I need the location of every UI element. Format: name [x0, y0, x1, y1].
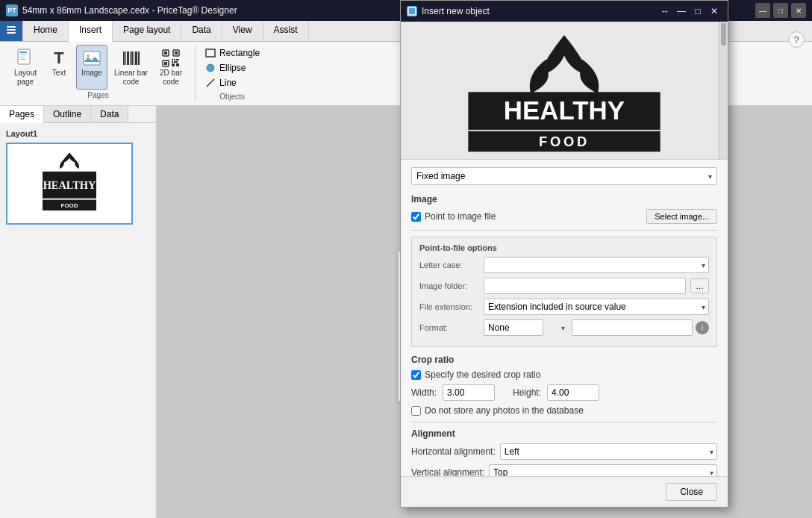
tab-assist[interactable]: Assist [263, 21, 309, 41]
specify-crop-row: Specify the desired crop ratio [411, 369, 717, 380]
layout-page-label: Layout page [14, 69, 37, 87]
tab-insert[interactable]: Insert [69, 21, 113, 42]
dialog-form: Fixed image ▾ Image Point to image file … [401, 160, 728, 476]
2d-barcode-icon [160, 48, 181, 69]
layout-page-button[interactable]: Layout page [9, 45, 42, 90]
panel-tabs: Pages Outline Data [0, 106, 156, 123]
dialog-title-bar: Insert new object ↔ — □ ✕ [401, 1, 728, 22]
point-to-file-checkbox-label[interactable]: Point to image file [411, 211, 496, 222]
image-icon [81, 48, 102, 69]
dialog-double-arrow-button[interactable]: ↔ [658, 4, 672, 18]
no-store-label: Do not store any photos in the database [425, 405, 584, 416]
format-row: Format: None i [419, 319, 709, 336]
format-label: Format: [419, 323, 479, 332]
point-to-file-label: Point to image file [425, 211, 496, 222]
dialog-controls: ↔ — □ ✕ [658, 4, 722, 18]
svg-rect-16 [135, 52, 137, 65]
2d-barcode-button[interactable]: 2D bar code [154, 45, 187, 90]
specify-crop-checkbox-label[interactable]: Specify the desired crop ratio [411, 369, 540, 380]
no-store-checkbox[interactable] [411, 406, 421, 416]
specify-crop-text: Specify the desired crop ratio [425, 369, 540, 380]
title-bar-controls: — □ ✕ [755, 3, 806, 18]
linear-barcode-button[interactable]: Linear bar code [109, 45, 153, 90]
dialog-title: Insert new object [422, 6, 490, 16]
2d-barcode-label: 2D bar code [160, 69, 182, 87]
maximize-button[interactable]: □ [773, 3, 788, 18]
quick-access[interactable] [0, 21, 23, 41]
dialog-body: HEALTHY FOOD Fixed image ▾ [401, 22, 728, 476]
line-icon [204, 77, 216, 89]
vertical-alignment-select[interactable]: Top Middle Bottom [489, 464, 717, 476]
horizontal-alignment-select[interactable]: Left Center Right [500, 443, 717, 460]
dialog-preview: HEALTHY FOOD [401, 22, 728, 160]
vertical-alignment-select-wrapper: Top Middle Bottom [489, 464, 717, 476]
tab-page-layout[interactable]: Page layout [113, 21, 181, 41]
dialog-maximize-button[interactable]: □ [690, 4, 705, 18]
svg-rect-11 [125, 52, 126, 65]
text-button[interactable]: T Text [43, 45, 75, 90]
dropdown-arrow-icon: ▾ [708, 172, 712, 181]
image-options-row: Point to image file Select image... [411, 209, 717, 224]
letter-case-select[interactable] [484, 257, 709, 273]
svg-rect-8 [84, 52, 100, 65]
tab-home[interactable]: Home [23, 21, 69, 41]
svg-rect-2 [7, 32, 16, 34]
tab-view[interactable]: View [222, 21, 263, 41]
dialog-minimize-button[interactable]: — [674, 4, 689, 18]
dialog-close-button[interactable]: Close [666, 483, 717, 501]
point-to-file-options-label: Point-to-file options [419, 243, 709, 252]
svg-rect-17 [138, 52, 140, 65]
text-label: Text [52, 69, 66, 77]
svg-rect-6 [19, 57, 25, 57]
image-button[interactable]: Image [76, 45, 107, 90]
type-dropdown[interactable]: Fixed image ▾ [411, 167, 717, 185]
shapes-list: Rectangle Ellipse Line [202, 45, 263, 91]
page-thumbnail[interactable]: HEALTHY FOOD [6, 143, 133, 225]
alignment-label: Alignment [411, 428, 717, 439]
divider-1 [411, 230, 717, 231]
file-extension-label: File extension: [419, 302, 479, 311]
minimize-button[interactable]: — [755, 3, 770, 18]
letter-case-row: Letter case: [419, 257, 709, 273]
format-select-wrapper: None [484, 319, 569, 336]
file-extension-select[interactable]: Extension included in source value [484, 299, 709, 315]
crop-ratio-label: Crop ratio [411, 355, 717, 365]
image-folder-input[interactable] [484, 278, 686, 294]
image-folder-row: Image folder: … [419, 278, 709, 294]
format-select[interactable]: None [484, 319, 543, 336]
horizontal-alignment-select-wrapper: Left Center Right [500, 443, 717, 460]
format-info-button[interactable]: i [696, 321, 709, 334]
type-dropdown-value: Fixed image [416, 171, 465, 181]
format-input[interactable] [572, 319, 693, 336]
height-input[interactable] [547, 384, 599, 401]
panel-tab-data[interactable]: Data [91, 106, 128, 122]
dialog-scrollbar[interactable] [719, 22, 728, 159]
point-to-file-checkbox[interactable] [411, 212, 421, 222]
ellipse-label: Ellipse [219, 63, 246, 73]
svg-rect-15 [134, 52, 134, 65]
close-button[interactable]: ✕ [791, 3, 806, 18]
horizontal-alignment-label: Horizontal alignment: [411, 446, 496, 457]
svg-rect-21 [175, 52, 178, 54]
no-store-checkbox-label[interactable]: Do not store any photos in the database [411, 405, 584, 416]
svg-rect-24 [172, 59, 173, 60]
pages-group-label: Pages [87, 91, 108, 99]
select-image-button[interactable]: Select image... [646, 209, 717, 224]
image-folder-browse-button[interactable]: … [690, 278, 709, 293]
dialog-close-icon-button[interactable]: ✕ [707, 4, 722, 18]
insert-object-dialog: Insert new object ↔ — □ ✕ HEALTHY [400, 0, 728, 508]
tab-data[interactable]: Data [181, 21, 222, 41]
objects-group-label: Objects [219, 93, 245, 101]
panel-tab-pages[interactable]: Pages [0, 106, 44, 123]
ellipse-shape[interactable]: Ellipse [202, 61, 263, 75]
divider-2 [411, 422, 717, 422]
scroll-thumb[interactable] [721, 23, 726, 46]
panel-tab-outline[interactable]: Outline [44, 106, 91, 122]
svg-rect-0 [7, 26, 16, 28]
rectangle-shape[interactable]: Rectangle [202, 46, 263, 60]
left-panel: Pages Outline Data Layout1 1 [0, 106, 157, 518]
line-shape[interactable]: Line [202, 76, 263, 90]
specify-crop-checkbox[interactable] [411, 370, 421, 380]
ellipse-icon [204, 62, 216, 74]
width-input[interactable] [443, 384, 495, 401]
